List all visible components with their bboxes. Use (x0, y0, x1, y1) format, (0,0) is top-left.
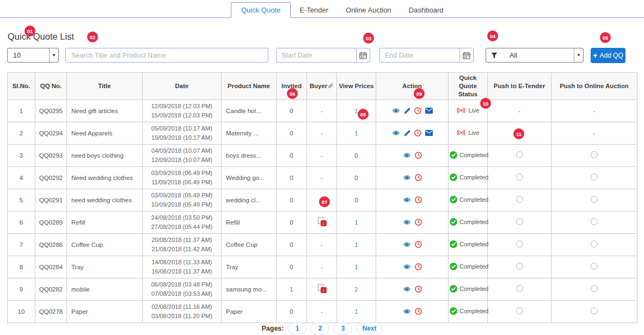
clock-action-button[interactable] (414, 107, 421, 114)
cell-slno: 6 (8, 211, 35, 233)
page-size-select[interactable]: 10 ▼ (7, 48, 59, 63)
view-action-button[interactable] (403, 197, 411, 203)
mail-action-button[interactable] (425, 130, 433, 136)
clock-action-button[interactable] (415, 219, 422, 226)
tab-online-auction[interactable]: Online Auction (337, 3, 400, 17)
cell-push-etender: - (488, 100, 551, 122)
page-button-1[interactable]: 1 (287, 322, 306, 334)
annotation-badge-01: 01 (24, 26, 35, 36)
clock-action-button[interactable] (414, 129, 421, 137)
date-end: 12/09/2018 (10.07 AM) (144, 156, 220, 165)
next-page-button[interactable]: Next (356, 322, 382, 334)
date-start: 05/09/2018 (10.17 AM) (144, 124, 220, 133)
cell-view-prices[interactable]: 1 (337, 233, 376, 256)
push-radio-button[interactable] (591, 151, 598, 158)
calendar-icon (359, 52, 367, 59)
status-filter-select[interactable]: All ▼ (486, 48, 584, 63)
cell-action (376, 211, 449, 233)
push-radio-button[interactable] (591, 240, 598, 247)
clock-action-button[interactable] (415, 196, 422, 203)
check-circle-icon (450, 240, 457, 248)
action-group (377, 308, 447, 315)
cell-qqno: QQ0295 (35, 100, 67, 122)
clock-action-button[interactable] (415, 152, 422, 159)
push-radio-button[interactable] (591, 218, 598, 225)
push-radio-button[interactable] (516, 218, 523, 225)
push-radio-button[interactable] (591, 285, 598, 292)
cell-push-etender (488, 256, 551, 278)
start-date-input[interactable] (277, 48, 356, 62)
clock-action-button[interactable] (415, 308, 422, 315)
push-radio-button[interactable] (516, 173, 523, 181)
cell-view-prices[interactable]: 2 (337, 278, 376, 300)
view-action-button[interactable] (392, 108, 400, 114)
status-completed: Completed (450, 307, 488, 315)
cell-view-prices[interactable]: 1 (337, 300, 376, 322)
push-radio-button[interactable] (516, 307, 523, 314)
cell-view-prices: 0 (337, 144, 376, 166)
tab-quick-quote[interactable]: Quick Quote (231, 2, 291, 18)
cell-invited[interactable]: 1 (277, 278, 307, 300)
view-action-button[interactable] (392, 130, 400, 136)
cell-invited: 0 (277, 211, 307, 233)
view-action-button[interactable] (403, 219, 411, 225)
page-size-value: 10 (8, 52, 49, 59)
action-group (377, 196, 447, 203)
view-action-button[interactable] (403, 152, 411, 158)
search-input[interactable] (65, 48, 268, 63)
tab-dashboard[interactable]: Dashboard (400, 3, 452, 17)
push-radio-button[interactable] (516, 240, 523, 247)
clock-action-button[interactable] (415, 286, 422, 293)
push-radio-button[interactable] (516, 285, 523, 292)
clock-action-button[interactable] (415, 263, 422, 270)
cell-product-name: Refill (222, 211, 277, 233)
cell-view-prices[interactable]: 1 (337, 100, 376, 122)
buyer-document-icon[interactable]: ↓ (317, 284, 327, 293)
table-row: 6 QQ0289 Refill 24/08/2018 (03.50 PM) 27… (8, 211, 637, 233)
clock-action-button[interactable] (415, 241, 422, 248)
push-radio-button[interactable] (591, 307, 598, 314)
cell-view-prices[interactable]: 1 (337, 256, 376, 278)
view-action-button[interactable] (403, 264, 411, 270)
date-start: 24/08/2018 (03.50 PM) (144, 213, 220, 222)
cell-view-prices[interactable]: 1 (337, 122, 376, 144)
cell-product-name: wedding cl... (222, 189, 277, 211)
table-row: 2 QQ0294 Need Apparels 05/09/2018 (10.17… (8, 122, 637, 144)
mail-action-button[interactable] (425, 108, 433, 114)
cell-invited: 0 (277, 189, 307, 211)
date-end: 15/09/2018 (12.03 PM) (144, 111, 220, 120)
edit-action-button[interactable] (404, 108, 410, 114)
cell-action (376, 278, 449, 300)
start-date-calendar-button[interactable] (356, 48, 370, 62)
push-radio-button[interactable] (591, 196, 598, 203)
buyer-document-icon[interactable]: ↓ (317, 217, 327, 226)
push-radio-button[interactable] (591, 173, 598, 181)
end-date-input[interactable] (380, 48, 459, 62)
push-radio-button[interactable] (516, 151, 523, 158)
page-button-3[interactable]: 3 (333, 322, 352, 334)
view-action-button[interactable] (403, 241, 411, 247)
cell-push-online-auction (551, 211, 637, 233)
table-row: 1 QQ0295 Need gift articles 12/09/2018 (… (8, 100, 637, 122)
edit-action-button[interactable] (404, 130, 410, 137)
cell-action (376, 233, 449, 256)
push-radio-button[interactable] (516, 263, 523, 270)
cell-qqno: QQ0286 (35, 233, 67, 256)
cell-title: need wedding clothes (67, 189, 143, 211)
end-date-calendar-button[interactable] (459, 48, 473, 62)
check-circle-icon (450, 218, 457, 226)
page-button-2[interactable]: 2 (310, 322, 329, 334)
eye-icon (403, 308, 411, 314)
view-action-button[interactable] (403, 308, 411, 314)
clock-action-button[interactable] (415, 174, 422, 181)
view-action-button[interactable] (403, 286, 411, 292)
cell-view-prices[interactable]: 1 (337, 211, 376, 233)
push-radio-button[interactable] (591, 263, 598, 270)
view-action-button[interactable] (403, 175, 411, 181)
status-label: Completed (459, 174, 488, 181)
cell-invited: 0 (277, 300, 307, 322)
action-group (377, 174, 447, 181)
push-radio-button[interactable] (516, 196, 523, 203)
add-qq-button[interactable]: + Add QQ (591, 48, 625, 63)
tab-e-tender[interactable]: E-Tender (291, 3, 337, 17)
